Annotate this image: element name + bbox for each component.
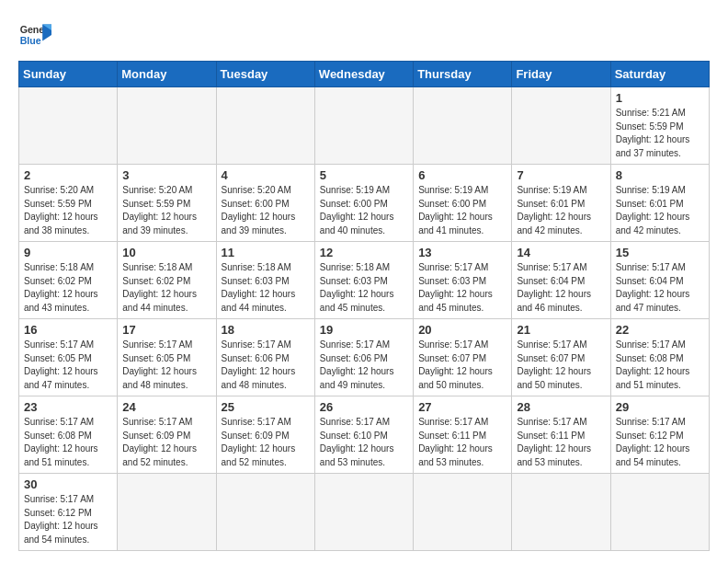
weekday-header-wednesday: Wednesday xyxy=(314,62,413,87)
day-number: 17 xyxy=(122,323,210,337)
day-info: Sunrise: 5:19 AM Sunset: 6:00 PM Dayligh… xyxy=(418,184,506,237)
day-number: 9 xyxy=(24,246,112,259)
calendar-cell: 30Sunrise: 5:17 AM Sunset: 6:12 PM Dayli… xyxy=(19,474,118,551)
calendar-cell xyxy=(414,87,512,165)
calendar-cell xyxy=(118,87,216,165)
calendar-cell: 21Sunrise: 5:17 AM Sunset: 6:07 PM Dayli… xyxy=(512,319,610,396)
svg-text:Blue: Blue xyxy=(20,35,41,46)
day-info: Sunrise: 5:17 AM Sunset: 6:09 PM Dayligh… xyxy=(122,416,210,469)
day-number: 27 xyxy=(418,400,506,414)
day-info: Sunrise: 5:17 AM Sunset: 6:08 PM Dayligh… xyxy=(616,339,704,392)
weekday-header-thursday: Thursday xyxy=(414,62,512,87)
day-number: 12 xyxy=(320,246,408,259)
day-info: Sunrise: 5:18 AM Sunset: 6:03 PM Dayligh… xyxy=(320,261,408,315)
day-info: Sunrise: 5:18 AM Sunset: 6:02 PM Dayligh… xyxy=(122,261,210,315)
day-number: 5 xyxy=(320,168,408,182)
calendar-cell: 4Sunrise: 5:20 AM Sunset: 6:00 PM Daylig… xyxy=(216,165,314,242)
calendar-cell: 12Sunrise: 5:18 AM Sunset: 6:03 PM Dayli… xyxy=(314,242,413,319)
calendar-cell: 17Sunrise: 5:17 AM Sunset: 6:05 PM Dayli… xyxy=(118,319,216,396)
day-number: 15 xyxy=(616,246,704,259)
calendar-cell: 2Sunrise: 5:20 AM Sunset: 5:59 PM Daylig… xyxy=(19,165,118,242)
day-info: Sunrise: 5:21 AM Sunset: 5:59 PM Dayligh… xyxy=(616,107,704,160)
day-number: 18 xyxy=(222,323,310,337)
day-info: Sunrise: 5:17 AM Sunset: 6:07 PM Dayligh… xyxy=(418,339,506,392)
day-number: 7 xyxy=(517,168,605,182)
calendar-cell: 1Sunrise: 5:21 AM Sunset: 5:59 PM Daylig… xyxy=(610,87,709,165)
day-info: Sunrise: 5:17 AM Sunset: 6:06 PM Dayligh… xyxy=(222,339,310,392)
week-row-6: 30Sunrise: 5:17 AM Sunset: 6:12 PM Dayli… xyxy=(19,474,710,551)
day-number: 24 xyxy=(122,400,210,414)
day-number: 1 xyxy=(616,91,704,105)
calendar-cell: 27Sunrise: 5:17 AM Sunset: 6:11 PM Dayli… xyxy=(414,396,512,474)
calendar-cell: 9Sunrise: 5:18 AM Sunset: 6:02 PM Daylig… xyxy=(19,242,118,319)
day-info: Sunrise: 5:17 AM Sunset: 6:05 PM Dayligh… xyxy=(122,339,210,392)
weekday-header-sunday: Sunday xyxy=(19,62,118,87)
day-info: Sunrise: 5:19 AM Sunset: 6:00 PM Dayligh… xyxy=(320,184,408,237)
day-info: Sunrise: 5:17 AM Sunset: 6:12 PM Dayligh… xyxy=(24,493,112,546)
day-info: Sunrise: 5:17 AM Sunset: 6:05 PM Dayligh… xyxy=(24,339,112,392)
day-info: Sunrise: 5:17 AM Sunset: 6:06 PM Dayligh… xyxy=(320,339,408,392)
calendar-cell: 28Sunrise: 5:17 AM Sunset: 6:11 PM Dayli… xyxy=(512,396,610,474)
day-number: 30 xyxy=(24,477,112,491)
calendar-cell xyxy=(216,87,314,165)
day-number: 21 xyxy=(517,323,605,337)
calendar-cell: 22Sunrise: 5:17 AM Sunset: 6:08 PM Dayli… xyxy=(610,319,709,396)
week-row-5: 23Sunrise: 5:17 AM Sunset: 6:08 PM Dayli… xyxy=(19,396,710,474)
day-info: Sunrise: 5:17 AM Sunset: 6:04 PM Dayligh… xyxy=(616,261,704,315)
calendar-cell: 18Sunrise: 5:17 AM Sunset: 6:06 PM Dayli… xyxy=(216,319,314,396)
calendar-cell xyxy=(512,474,610,551)
week-row-3: 9Sunrise: 5:18 AM Sunset: 6:02 PM Daylig… xyxy=(19,242,710,319)
day-info: Sunrise: 5:19 AM Sunset: 6:01 PM Dayligh… xyxy=(517,184,605,237)
weekday-header-row: SundayMondayTuesdayWednesdayThursdayFrid… xyxy=(19,62,710,87)
day-info: Sunrise: 5:20 AM Sunset: 5:59 PM Dayligh… xyxy=(122,184,210,237)
day-info: Sunrise: 5:18 AM Sunset: 6:02 PM Dayligh… xyxy=(24,261,112,315)
week-row-1: 1Sunrise: 5:21 AM Sunset: 5:59 PM Daylig… xyxy=(19,87,710,165)
day-info: Sunrise: 5:17 AM Sunset: 6:07 PM Dayligh… xyxy=(517,339,605,392)
calendar-cell xyxy=(414,474,512,551)
day-number: 3 xyxy=(122,168,210,182)
logo-icon: General Blue xyxy=(18,18,51,52)
calendar-cell: 26Sunrise: 5:17 AM Sunset: 6:10 PM Dayli… xyxy=(314,396,413,474)
calendar-cell: 25Sunrise: 5:17 AM Sunset: 6:09 PM Dayli… xyxy=(216,396,314,474)
calendar-cell: 5Sunrise: 5:19 AM Sunset: 6:00 PM Daylig… xyxy=(314,165,413,242)
day-number: 29 xyxy=(616,400,704,414)
logo: General Blue xyxy=(18,18,51,52)
day-info: Sunrise: 5:20 AM Sunset: 6:00 PM Dayligh… xyxy=(222,184,310,237)
day-number: 16 xyxy=(24,323,112,337)
day-number: 26 xyxy=(320,400,408,414)
calendar-cell: 16Sunrise: 5:17 AM Sunset: 6:05 PM Dayli… xyxy=(19,319,118,396)
day-info: Sunrise: 5:17 AM Sunset: 6:03 PM Dayligh… xyxy=(418,261,506,315)
calendar-cell xyxy=(19,87,118,165)
day-number: 14 xyxy=(517,246,605,259)
calendar-cell: 15Sunrise: 5:17 AM Sunset: 6:04 PM Dayli… xyxy=(610,242,709,319)
day-number: 11 xyxy=(222,246,310,259)
day-info: Sunrise: 5:19 AM Sunset: 6:01 PM Dayligh… xyxy=(616,184,704,237)
calendar-cell: 8Sunrise: 5:19 AM Sunset: 6:01 PM Daylig… xyxy=(610,165,709,242)
day-number: 22 xyxy=(616,323,704,337)
day-info: Sunrise: 5:17 AM Sunset: 6:08 PM Dayligh… xyxy=(24,416,112,469)
calendar-cell: 20Sunrise: 5:17 AM Sunset: 6:07 PM Dayli… xyxy=(414,319,512,396)
day-info: Sunrise: 5:20 AM Sunset: 5:59 PM Dayligh… xyxy=(24,184,112,237)
day-info: Sunrise: 5:18 AM Sunset: 6:03 PM Dayligh… xyxy=(222,261,310,315)
calendar-cell: 7Sunrise: 5:19 AM Sunset: 6:01 PM Daylig… xyxy=(512,165,610,242)
day-number: 6 xyxy=(418,168,506,182)
day-info: Sunrise: 5:17 AM Sunset: 6:09 PM Dayligh… xyxy=(222,416,310,469)
day-number: 25 xyxy=(222,400,310,414)
calendar-cell: 6Sunrise: 5:19 AM Sunset: 6:00 PM Daylig… xyxy=(414,165,512,242)
day-info: Sunrise: 5:17 AM Sunset: 6:11 PM Dayligh… xyxy=(517,416,605,469)
day-number: 13 xyxy=(418,246,506,259)
day-number: 23 xyxy=(24,400,112,414)
calendar-cell xyxy=(314,87,413,165)
weekday-header-saturday: Saturday xyxy=(610,62,709,87)
weekday-header-monday: Monday xyxy=(118,62,216,87)
calendar-cell: 10Sunrise: 5:18 AM Sunset: 6:02 PM Dayli… xyxy=(118,242,216,319)
day-info: Sunrise: 5:17 AM Sunset: 6:04 PM Dayligh… xyxy=(517,261,605,315)
calendar-cell xyxy=(512,87,610,165)
calendar-cell xyxy=(118,474,216,551)
calendar-cell xyxy=(610,474,709,551)
weekday-header-tuesday: Tuesday xyxy=(216,62,314,87)
calendar-cell: 14Sunrise: 5:17 AM Sunset: 6:04 PM Dayli… xyxy=(512,242,610,319)
day-number: 19 xyxy=(320,323,408,337)
calendar-cell: 11Sunrise: 5:18 AM Sunset: 6:03 PM Dayli… xyxy=(216,242,314,319)
calendar-cell: 13Sunrise: 5:17 AM Sunset: 6:03 PM Dayli… xyxy=(414,242,512,319)
